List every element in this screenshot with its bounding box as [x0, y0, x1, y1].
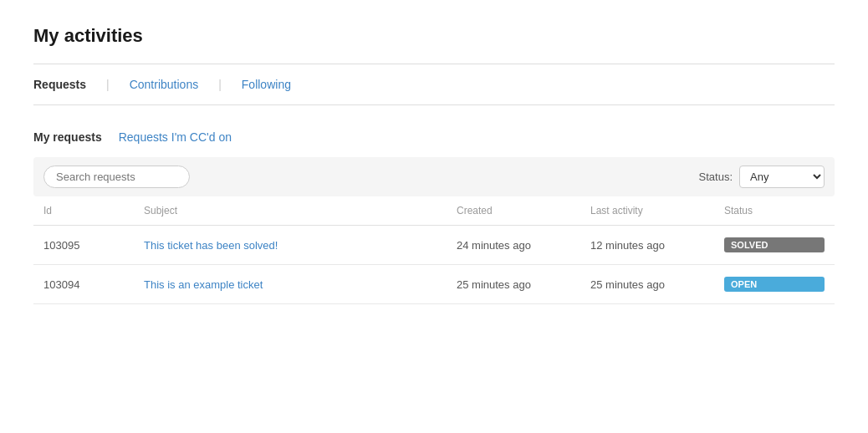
tab-requests[interactable]: Requests	[33, 78, 103, 91]
row-1-created: 24 minutes ago	[457, 239, 590, 252]
tab-contributions[interactable]: Contributions	[113, 78, 216, 91]
row-2-created: 25 minutes ago	[457, 278, 590, 291]
toolbar: Status: Any Open Pending Solved Closed	[33, 157, 835, 196]
row-2-id: 103094	[43, 278, 144, 291]
sub-nav: My requests Requests I'm CC'd on	[33, 130, 835, 144]
table-row: 103094 This is an example ticket 25 minu…	[33, 265, 835, 304]
col-header-status: Status	[724, 205, 825, 216]
tab-following[interactable]: Following	[225, 78, 308, 91]
row-1-last-activity: 12 minutes ago	[590, 239, 724, 252]
row-1-status-badge: SOLVED	[724, 237, 825, 252]
table-header: Id Subject Created Last activity Status	[33, 196, 835, 226]
table-container: Id Subject Created Last activity Status …	[33, 196, 835, 304]
subnav-my-requests[interactable]: My requests	[33, 130, 102, 144]
col-header-id: Id	[43, 205, 144, 216]
nav-tabs: Requests | Contributions | Following	[33, 64, 835, 105]
row-1-subject[interactable]: This ticket has been solved!	[144, 239, 457, 252]
status-filter: Status: Any Open Pending Solved Closed	[699, 166, 825, 188]
nav-divider-2: |	[215, 78, 225, 91]
nav-divider-1: |	[103, 78, 113, 91]
col-header-subject: Subject	[144, 205, 457, 216]
page-title: My activities	[33, 25, 835, 47]
row-2-last-activity: 25 minutes ago	[590, 278, 724, 291]
row-2-status-badge: OPEN	[724, 277, 825, 292]
status-select[interactable]: Any Open Pending Solved Closed	[739, 166, 825, 188]
row-2-subject[interactable]: This is an example ticket	[144, 278, 457, 291]
subnav-ccd-on[interactable]: Requests I'm CC'd on	[119, 130, 232, 144]
status-label: Status:	[699, 171, 733, 183]
table-row: 103095 This ticket has been solved! 24 m…	[33, 226, 835, 265]
search-input[interactable]	[43, 166, 190, 188]
page-container: My activities Requests | Contributions |…	[0, 0, 868, 329]
col-header-created: Created	[457, 205, 590, 216]
col-header-last-activity: Last activity	[590, 205, 724, 216]
row-1-id: 103095	[43, 239, 144, 252]
